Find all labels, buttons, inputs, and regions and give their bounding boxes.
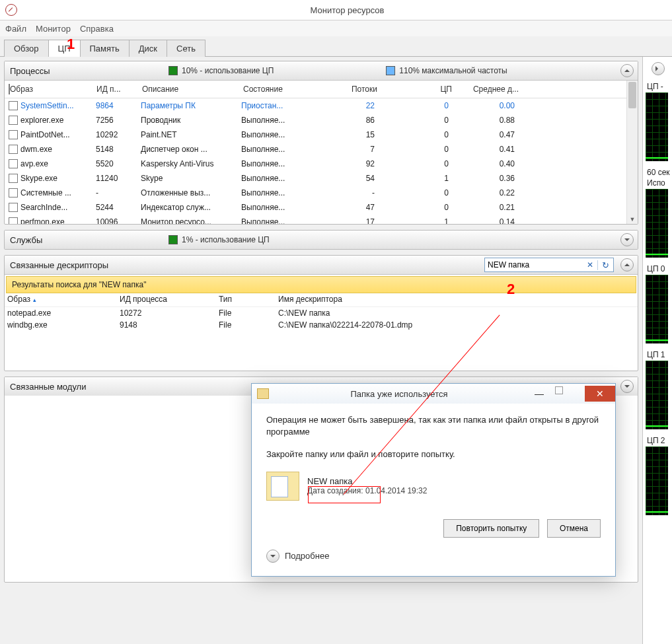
side-cpu2-label: ЦП 2	[647, 436, 672, 445]
dialog-titlebar[interactable]: Папка уже используется — ✕	[252, 384, 615, 404]
dialog-more-toggle[interactable]: Подробнее	[266, 538, 601, 563]
dialog-folder-thumb-icon	[266, 472, 299, 501]
search-clear-icon[interactable]: ✕	[583, 260, 597, 269]
col-pid[interactable]: ИД п...	[93, 81, 138, 98]
processes-header-row: Образ ИД п... Описание Состояние Потоки …	[5, 81, 626, 98]
services-panel: Службы 1% - использование ЦП	[4, 230, 638, 250]
modules-collapse-button[interactable]	[620, 380, 634, 393]
cpu-usage-swatch-icon	[168, 66, 178, 75]
process-row[interactable]: avp.exe5520Kaspersky Anti-VirusВыполняе.…	[5, 157, 626, 171]
app-icon	[5, 4, 17, 16]
menu-help[interactable]: Справка	[80, 24, 114, 34]
titlebar: Монитор ресурсов	[0, 0, 672, 20]
processes-collapse-button[interactable]	[620, 64, 634, 77]
row-checkbox[interactable]	[9, 159, 18, 168]
processes-body: SystemSettin...9864Параметры ПКПриостан.…	[5, 98, 626, 224]
tab-network[interactable]: Сеть	[167, 40, 205, 57]
row-checkbox[interactable]	[9, 101, 18, 110]
processes-title: Процессы	[10, 66, 168, 76]
side-cpu0-label: ЦП 0	[647, 264, 672, 273]
hcol-image[interactable]: Образ	[7, 295, 120, 304]
side-graphs: ЦП - 60 сек Испо ЦП 0 ЦП 1 ЦП 2	[642, 57, 672, 644]
dialog-close-button[interactable]: ✕	[585, 386, 615, 402]
row-checkbox[interactable]	[9, 130, 18, 139]
dialog-title: Папка уже используется	[274, 389, 524, 399]
side-60s-label: 60 сек	[647, 168, 672, 177]
processes-scrollbar[interactable]: ▲▼	[626, 81, 638, 224]
col-image[interactable]: Образ	[10, 85, 33, 94]
handles-collapse-button[interactable]	[620, 258, 634, 271]
dialog-retry-button[interactable]: Повторить попытку	[443, 519, 539, 538]
search-refresh-icon[interactable]: ↻	[597, 260, 613, 270]
process-row[interactable]: dwm.exe5148Диспетчер окон ...Выполняе...…	[5, 142, 626, 157]
dialog-minimize-button[interactable]: —	[524, 386, 554, 402]
col-desc[interactable]: Описание	[138, 81, 239, 98]
window-title: Монитор ресурсов	[22, 5, 672, 15]
process-row[interactable]: SystemSettin...9864Параметры ПКПриостан.…	[5, 98, 626, 113]
col-state[interactable]: Состояние	[239, 81, 307, 98]
hcol-pid[interactable]: ИД процесса	[120, 295, 219, 304]
dialog-message-1: Операция не может быть завершена, так ка…	[266, 414, 601, 438]
handles-search-input[interactable]	[485, 258, 583, 271]
col-threads[interactable]: Потоки	[307, 81, 382, 98]
handles-results-banner: Результаты поиска для "NEW папка"	[6, 276, 636, 293]
menu-file[interactable]: Файл	[5, 24, 26, 34]
dialog-folder-icon	[257, 388, 269, 399]
dialog-more-label: Подробнее	[285, 551, 329, 561]
resource-monitor-window: Монитор ресурсов Файл Монитор Справка Об…	[0, 0, 672, 644]
process-row[interactable]: SearchInde...5244Индексатор служ...Выпол…	[5, 200, 626, 215]
cpu2-graph	[646, 447, 668, 515]
row-checkbox[interactable]	[9, 174, 18, 183]
tab-overview[interactable]: Обзор	[4, 40, 49, 57]
process-row[interactable]: PaintDotNet...10292Paint.NETВыполняе...1…	[5, 127, 626, 142]
cpu-total-graph	[646, 92, 668, 161]
dialog-message-2: Закройте папку или файл и повторите попы…	[266, 448, 601, 460]
services-title: Службы	[10, 235, 168, 245]
row-checkbox[interactable]	[9, 188, 18, 197]
folder-in-use-dialog: Папка уже используется — ✕ Операция не м…	[251, 383, 616, 577]
annotation-highlight-box	[308, 486, 381, 503]
process-row[interactable]: Skype.exe11240SkypeВыполняе...5410.36	[5, 171, 626, 186]
services-collapse-button[interactable]	[620, 233, 634, 246]
col-cpu[interactable]: ЦП	[382, 81, 457, 98]
hcol-type[interactable]: Тип	[219, 295, 278, 304]
handles-panel: Связанные дескрипторы ✕ ↻ Результаты пои…	[4, 255, 638, 371]
handles-title: Связанные дескрипторы	[10, 260, 168, 270]
side-cpu-total-label: ЦП -	[647, 82, 672, 91]
handle-row[interactable]: windbg.exe9148FileC:\NEW папка\022214-22…	[5, 319, 638, 331]
menu-monitor[interactable]: Монитор	[36, 24, 71, 34]
row-checkbox[interactable]	[9, 145, 18, 154]
tabstrip: Обзор ЦП Память Диск Сеть	[0, 36, 672, 57]
cpu-freq-label: 110% максимальной частоты	[399, 66, 507, 75]
side-cpu1-label: ЦП 1	[647, 350, 672, 359]
services-cpu-swatch-icon	[168, 235, 178, 244]
col-avg[interactable]: Среднее д...	[457, 81, 523, 98]
dialog-folder-name: NEW папка	[307, 476, 427, 486]
process-row[interactable]: perfmon.exe10096Монитор ресурсо...Выполн…	[5, 215, 626, 224]
cpu-service-graph	[646, 189, 668, 258]
tab-cpu[interactable]: ЦП	[48, 40, 81, 57]
row-checkbox[interactable]	[9, 116, 18, 125]
handles-panel-header[interactable]: Связанные дескрипторы ✕ ↻	[5, 256, 638, 275]
process-row[interactable]: explorer.exe7256ПроводникВыполняе...8600…	[5, 113, 626, 127]
hcol-name[interactable]: Имя дескриптора	[278, 295, 635, 304]
side-usage-label: Испо	[647, 178, 672, 188]
side-expand-button[interactable]	[652, 62, 665, 75]
row-checkbox[interactable]	[9, 203, 18, 212]
handles-search-box: ✕ ↻	[484, 258, 614, 272]
handle-row[interactable]: notepad.exe10272FileC:\NEW папка	[5, 307, 638, 319]
handles-header-row: Образ ИД процесса Тип Имя дескриптора	[5, 295, 638, 307]
dialog-cancel-button[interactable]: Отмена	[547, 519, 601, 538]
cpu0-graph	[646, 275, 668, 343]
tab-memory[interactable]: Память	[80, 40, 130, 57]
services-panel-header[interactable]: Службы 1% - использование ЦП	[5, 231, 638, 249]
processes-panel-header[interactable]: Процессы 10% - использование ЦП 110% мак…	[5, 61, 638, 81]
services-cpu-label: 1% - использование ЦП	[182, 235, 270, 244]
row-checkbox[interactable]	[9, 217, 18, 224]
process-row[interactable]: Системные ...-Отложенные выз...Выполняе.…	[5, 186, 626, 200]
cpu-usage-label: 10% - использование ЦП	[182, 66, 274, 75]
menubar: Файл Монитор Справка	[0, 20, 672, 36]
tab-disk[interactable]: Диск	[129, 40, 167, 57]
cpu-freq-swatch-icon	[386, 66, 395, 75]
dialog-maximize-button[interactable]	[554, 386, 585, 402]
